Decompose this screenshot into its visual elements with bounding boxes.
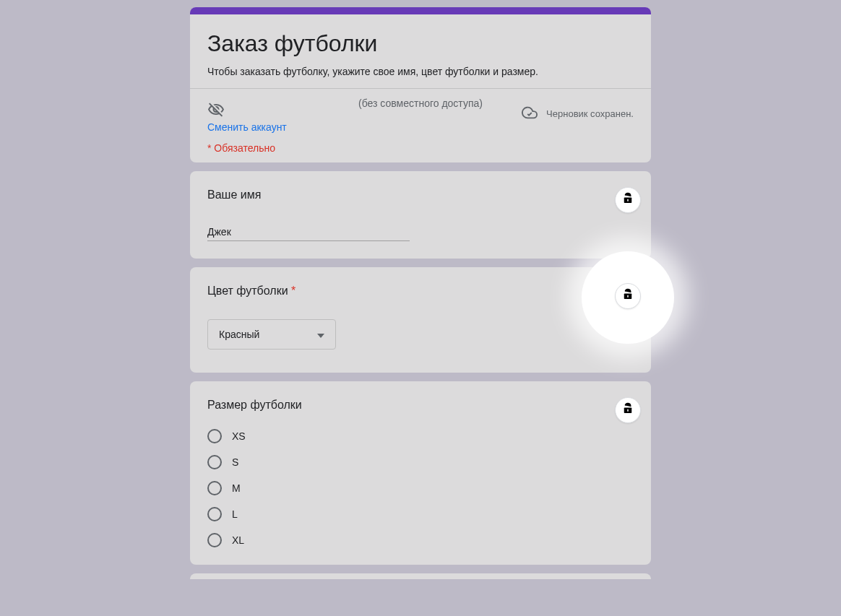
unlock-icon — [621, 288, 634, 304]
accent-bar — [190, 7, 651, 14]
radio-option[interactable]: XL — [207, 533, 634, 547]
radio-circle-icon — [207, 481, 222, 495]
question-card-size: Размер футболки XS S M L XL — [190, 381, 651, 565]
svg-rect-1 — [627, 199, 629, 201]
draft-saved-label: Черновик сохранен. — [546, 108, 634, 119]
radio-option[interactable]: M — [207, 481, 634, 495]
form-header-card: Заказ футболки Чтобы заказать футболку, … — [190, 7, 651, 162]
name-input[interactable] — [207, 223, 410, 241]
question-label-size: Размер футболки — [207, 399, 634, 412]
question-label-name: Ваше имя — [207, 188, 634, 201]
unlock-icon — [621, 402, 634, 418]
radio-circle-icon — [207, 455, 222, 469]
svg-rect-3 — [627, 295, 629, 298]
required-note: * Обязательно — [207, 142, 634, 154]
radio-option[interactable]: S — [207, 455, 634, 469]
radio-label: M — [232, 482, 241, 494]
question-card-color: Цвет футболки * Красный — [190, 267, 651, 373]
radio-circle-icon — [207, 507, 222, 521]
lock-button-name[interactable] — [615, 187, 641, 213]
radio-label: L — [232, 508, 238, 520]
svg-rect-5 — [627, 409, 629, 412]
lock-button-color[interactable] — [615, 283, 641, 309]
form-description: Чтобы заказать футболку, укажите свое им… — [207, 66, 634, 77]
question-label-color: Цвет футболки * — [207, 285, 634, 298]
cloud-done-icon — [522, 105, 538, 123]
color-selected-value: Красный — [219, 329, 259, 340]
radio-label: XL — [232, 534, 244, 546]
color-select[interactable]: Красный — [207, 319, 336, 350]
size-radio-group: XS S M L XL — [207, 428, 634, 547]
radio-circle-icon — [207, 429, 222, 443]
radio-option[interactable]: L — [207, 507, 634, 521]
radio-circle-icon — [207, 533, 222, 547]
switch-account-link[interactable]: Сменить аккаунт — [207, 121, 287, 133]
question-card-next — [190, 573, 651, 579]
radio-label: XS — [232, 430, 246, 442]
chevron-down-icon — [317, 329, 324, 340]
lock-button-size[interactable] — [615, 397, 641, 423]
radio-label: S — [232, 456, 238, 468]
visibility-off-icon — [207, 101, 225, 118]
question-card-name: Ваше имя — [190, 171, 651, 259]
form-title: Заказ футболки — [207, 30, 634, 57]
unlock-icon — [621, 192, 634, 208]
radio-option[interactable]: XS — [207, 429, 634, 443]
no-share-label: (без совместного доступа) — [358, 97, 483, 109]
